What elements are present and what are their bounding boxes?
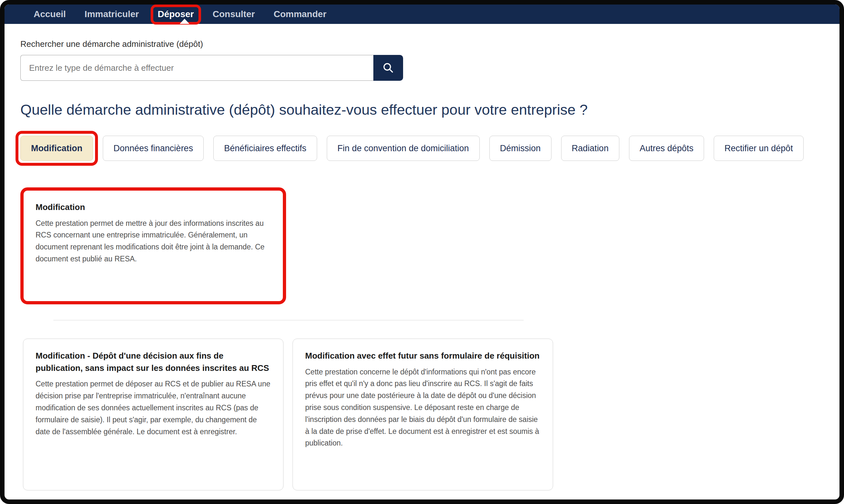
filter-donnees-financieres[interactable]: Données financières	[103, 136, 204, 161]
active-tab-caret-icon	[180, 19, 189, 24]
prestation-card-effet-futur[interactable]: Modification avec effet futur sans formu…	[293, 339, 553, 490]
filter-autres-depots[interactable]: Autres dépôts	[629, 136, 704, 161]
nav-item-consulter[interactable]: Consulter	[213, 9, 255, 19]
search-button[interactable]	[373, 55, 403, 81]
top-navbar: Accueil Immatriculer Déposer Consulter C…	[4, 4, 840, 24]
page-title: Quelle démarche administrative (dépôt) s…	[20, 101, 824, 119]
prestation-card-description: Cette prestation concerne le dépôt d'inf…	[305, 366, 541, 449]
featured-card-title: Modification	[36, 201, 271, 214]
filter-beneficiaires-effectifs[interactable]: Bénéficiaires effectifs	[213, 136, 317, 161]
prestation-card-description: Cette prestation permet de déposer au RC…	[36, 378, 271, 437]
nav-list: Accueil Immatriculer Déposer Consulter C…	[4, 4, 840, 24]
filter-modification-wrap: Modification	[20, 136, 93, 161]
search-bar	[20, 55, 403, 81]
filter-modification[interactable]: Modification	[20, 136, 93, 161]
featured-card[interactable]: Modification Cette prestation permet de …	[23, 190, 283, 302]
nav-item-deposer[interactable]: Déposer	[158, 9, 194, 19]
nav-item-accueil[interactable]: Accueil	[34, 9, 66, 19]
featured-card-zone: Modification Cette prestation permet de …	[23, 190, 283, 302]
prestation-card-title: Modification - Dépôt d'une décision aux …	[36, 350, 271, 374]
filter-demission[interactable]: Démission	[489, 136, 551, 161]
search-icon	[382, 62, 394, 74]
featured-card-description: Cette prestation permet de mettre à jour…	[36, 217, 271, 265]
filter-radiation[interactable]: Radiation	[561, 136, 619, 161]
screenshot-frame: Accueil Immatriculer Déposer Consulter C…	[0, 0, 844, 504]
prestation-cards-row: Modification - Dépôt d'une décision aux …	[23, 339, 824, 490]
main-content: Rechercher une démarche administrative (…	[4, 39, 840, 490]
nav-item-immatriculer[interactable]: Immatriculer	[85, 9, 139, 19]
filter-rectifier-depot[interactable]: Rectifier un dépôt	[714, 136, 804, 161]
prestation-card-depot-decision[interactable]: Modification - Dépôt d'une décision aux …	[23, 339, 283, 490]
search-input[interactable]	[20, 55, 373, 81]
filter-fin-convention-domiciliation[interactable]: Fin de convention de domiciliation	[327, 136, 480, 161]
nav-item-deposer-label: Déposer	[158, 9, 194, 19]
filter-row: Modification Données financières Bénéfic…	[20, 136, 824, 161]
nav-item-commander[interactable]: Commander	[274, 9, 326, 19]
prestation-card-title: Modification avec effet futur sans formu…	[305, 350, 541, 362]
section-divider	[53, 320, 524, 321]
search-label: Rechercher une démarche administrative (…	[20, 39, 824, 49]
